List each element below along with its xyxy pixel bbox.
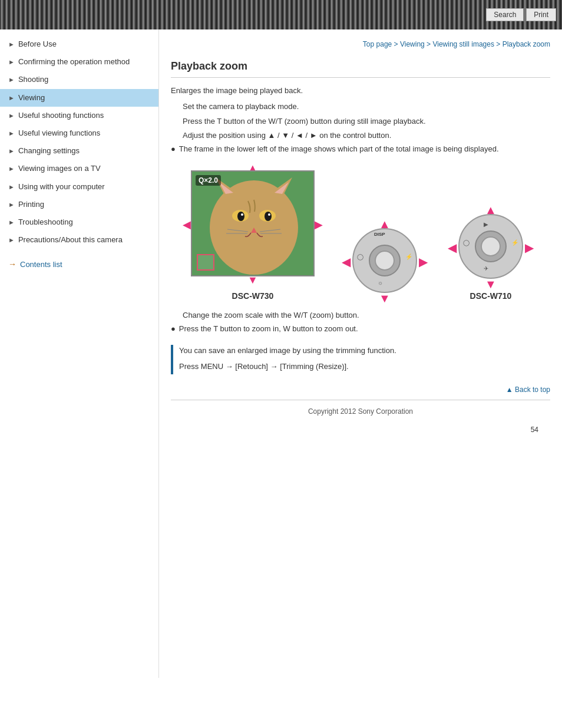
- sidebar-item-printing[interactable]: ► Printing: [0, 196, 158, 213]
- bullet-item-1: ● The frame in the lower left of the ima…: [171, 144, 550, 153]
- arrow-icon: ►: [8, 111, 15, 120]
- sidebar-item-label: Printing: [18, 199, 153, 210]
- step3-prefix: Adjust the position using: [183, 131, 266, 140]
- back-to-top[interactable]: ▲ Back to top: [171, 386, 550, 394]
- ctrl-arrow-right: ▶: [525, 241, 534, 255]
- step2-text: Press the T button of the W/T (zoom) but…: [171, 116, 550, 128]
- sidebar-item-precautions[interactable]: ► Precautions/About this camera: [0, 231, 158, 249]
- control-wheel-w710: ▶ ⚡ ✈ ◯: [458, 214, 523, 279]
- arrow-icon: ►: [8, 147, 15, 156]
- bullet2-text: Press the T button to zoom in, W button …: [179, 324, 358, 333]
- control-diagram-w730: ▲ ▼ ◀ ▶ DISP ⚡ ☼ ◯: [352, 228, 417, 295]
- header: Search Print: [0, 0, 562, 29]
- bullet-dot2: ●: [171, 324, 176, 333]
- page-number: 54: [171, 423, 550, 437]
- control-wheel-w730: DISP ⚡ ☼ ◯: [352, 228, 417, 293]
- timer-icon: ◯: [357, 253, 363, 260]
- breadcrumb-viewing-still[interactable]: Viewing still images: [432, 40, 494, 48]
- sidebar-item-label: Useful viewing functions: [18, 128, 153, 139]
- camera-demo: ▲ ▼ ◀ ▶ Q×2.0: [183, 162, 550, 301]
- flash-icon-right2: ⚡: [511, 239, 518, 246]
- camera2-label: DSC-W710: [447, 291, 535, 301]
- tip-text1: You can save an enlarged image by using …: [179, 345, 550, 357]
- header-buttons: Search Print: [486, 8, 556, 21]
- sidebar-item-confirming[interactable]: ► Confirming the operation method: [0, 53, 158, 71]
- step3-arrows: ▲ / ▼ / ◄ / ►: [268, 131, 320, 140]
- tip-bar: [171, 345, 173, 374]
- ctrl-arrow-right: ▶: [419, 255, 428, 269]
- arrow-icon: ►: [8, 164, 15, 173]
- content-area: Top page > Viewing > Viewing still image…: [159, 29, 562, 678]
- copyright-text: Copyright 2012 Sony Corporation: [308, 407, 413, 416]
- sidebar-item-using-computer[interactable]: ► Using with your computer: [0, 178, 158, 196]
- arrow-icon: ►: [8, 58, 15, 67]
- sidebar-item-label: Changing settings: [18, 146, 153, 156]
- play-icon: ▶: [484, 221, 488, 228]
- sidebar-item-label: Confirming the operation method: [18, 57, 153, 67]
- cat-image: Q×2.0: [191, 170, 315, 276]
- step1-text: Set the camera to playback mode.: [171, 101, 550, 113]
- main-layout: ► Before Use ► Confirming the operation …: [0, 29, 562, 678]
- ctrl-arrow-left: ◀: [342, 255, 351, 269]
- step3-text: Adjust the position using ▲ / ▼ / ◄ / ► …: [171, 130, 550, 142]
- sidebar-item-viewing[interactable]: ► Viewing: [0, 89, 158, 107]
- arrow-icon: ►: [8, 236, 15, 245]
- zoom-indicator: [197, 254, 214, 271]
- arrow-right-icon: →: [8, 259, 16, 269]
- back-to-top-link[interactable]: ▲ Back to top: [506, 386, 550, 394]
- bullet1-text: The frame in the lower left of the image…: [179, 144, 499, 153]
- breadcrumb-viewing[interactable]: Viewing: [400, 40, 425, 48]
- sidebar-item-useful-viewing[interactable]: ► Useful viewing functions: [0, 124, 158, 142]
- disp-label: DISP: [374, 232, 385, 237]
- sidebar-item-before-use[interactable]: ► Before Use: [0, 35, 158, 53]
- flash-icon-right: ⚡: [405, 253, 412, 260]
- arrow-icon: ►: [8, 129, 15, 138]
- arrow-right-icon: ▶: [315, 218, 323, 231]
- arrow-icon: ►: [8, 218, 15, 227]
- sidebar-item-label: Precautions/About this camera: [18, 235, 153, 245]
- control-diagram-w710: ▲ ▼ ◀ ▶ ▶ ⚡ ✈ ◯: [458, 214, 523, 281]
- center-btn: [375, 251, 395, 271]
- ctrl-arrow-down: ▼: [485, 278, 497, 291]
- step4-text: Change the zoom scale with the W/T (zoom…: [171, 309, 550, 322]
- arrow-icon: ►: [8, 200, 15, 209]
- breadcrumb-top[interactable]: Top page: [363, 40, 392, 48]
- camera-item-w730: ▲ ▼ ◀ ▶ Q×2.0: [183, 162, 323, 301]
- sidebar-item-changing-settings[interactable]: ► Changing settings: [0, 142, 158, 160]
- sidebar: ► Before Use ► Confirming the operation …: [0, 29, 159, 678]
- breadcrumb-playback-zoom[interactable]: Playback zoom: [503, 40, 550, 48]
- arrow-icon: ►: [8, 75, 15, 84]
- page-footer: Copyright 2012 Sony Corporation: [171, 400, 550, 423]
- arrow-icon: ►: [8, 183, 15, 192]
- contents-list-link[interactable]: → Contents list: [0, 255, 158, 274]
- svg-point-11: [268, 213, 270, 216]
- sidebar-item-label: Before Use: [18, 39, 153, 50]
- ctrl-arrow-left: ◀: [448, 241, 457, 255]
- content-section: Enlarges the image being played back. Se…: [171, 85, 550, 153]
- sidebar-item-label: Useful shooting functions: [18, 110, 153, 121]
- bullet-dot: ●: [171, 144, 176, 153]
- macro-icon: ☼: [378, 279, 383, 286]
- step3-suffix: on the control button.: [319, 131, 391, 140]
- tip-content: You can save an enlarged image by using …: [179, 345, 550, 377]
- ctrl-arrow-down: ▼: [379, 292, 391, 305]
- svg-point-8: [237, 212, 244, 221]
- svg-point-10: [241, 213, 243, 216]
- cat-image-wrapper: ▲ ▼ ◀ ▶ Q×2.0: [191, 170, 315, 278]
- sidebar-item-viewing-tv[interactable]: ► Viewing images on a TV: [0, 160, 158, 177]
- search-button[interactable]: Search: [486, 8, 524, 21]
- contents-list-label: Contents list: [20, 260, 62, 269]
- svg-point-9: [265, 212, 272, 221]
- camera1-label: DSC-W730: [183, 291, 323, 301]
- center-btn: [481, 236, 501, 256]
- sidebar-item-useful-shooting[interactable]: ► Useful shooting functions: [0, 107, 158, 124]
- tip-section: You can save an enlarged image by using …: [171, 345, 550, 377]
- print-button[interactable]: Print: [526, 8, 556, 21]
- sidebar-item-shooting[interactable]: ► Shooting: [0, 71, 158, 88]
- arrow-icon: ►: [8, 94, 15, 103]
- timer-icon2: ◯: [463, 239, 470, 246]
- breadcrumb: Top page > Viewing > Viewing still image…: [171, 35, 550, 54]
- tip-text2: Press MENU → [Retouch] → [Trimming (Resi…: [179, 361, 550, 373]
- delete-icon: ✈: [484, 265, 488, 272]
- sidebar-item-troubleshooting[interactable]: ► Troubleshooting: [0, 213, 158, 231]
